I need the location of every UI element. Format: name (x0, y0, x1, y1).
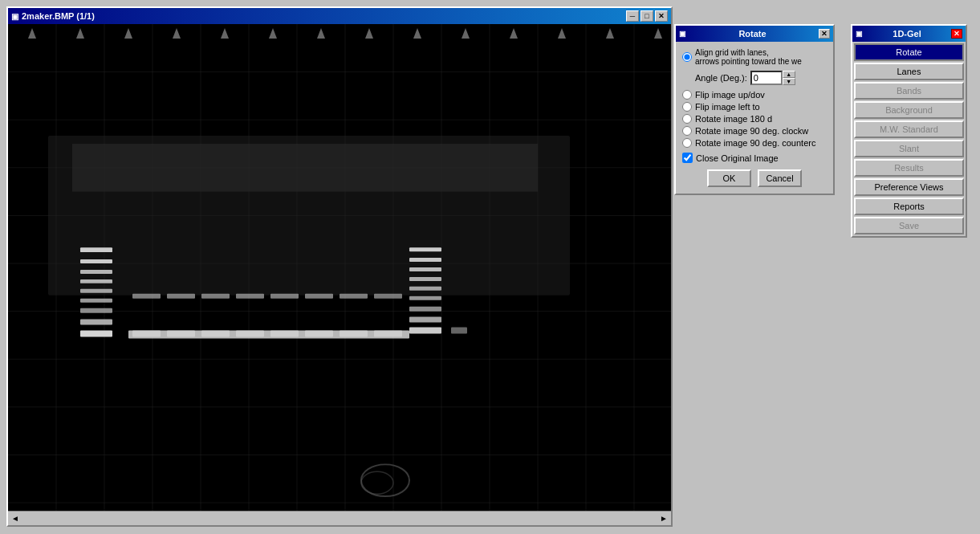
gel-menu-reports[interactable]: Reports (854, 198, 964, 215)
angle-label: Angle (Deg.): (695, 73, 747, 83)
gel-panel-titlebar: ▣ 1D-Gel ✕ (852, 26, 966, 42)
gel-menu-bands-label: Bands (897, 86, 921, 96)
status-left-icon: ◄ (11, 514, 19, 523)
rotate-option-align: Align grid with lanes,arrows pointing to… (682, 48, 827, 66)
gel-menu-slant[interactable]: Slant (854, 140, 964, 157)
rotate-label-180: Rotate image 180 d (695, 114, 772, 124)
main-window: ▣ 2maker.BMP (1/1) ─ □ ✕ (6, 6, 673, 527)
main-titlebar: ▣ 2maker.BMP (1/1) ─ □ ✕ (8, 8, 671, 24)
svg-rect-69 (409, 277, 441, 281)
svg-rect-55 (236, 294, 264, 299)
gel-menu-lanes-label: Lanes (897, 67, 921, 76)
gel-menu-save[interactable]: Save (854, 217, 964, 234)
svg-rect-40 (80, 247, 112, 252)
rotate-radio-cw[interactable] (682, 126, 692, 136)
svg-rect-73 (409, 317, 441, 323)
svg-rect-74 (409, 328, 441, 334)
minimize-button[interactable]: ─ (626, 10, 639, 22)
main-window-title: 2maker.BMP (1/1) (22, 11, 95, 21)
rotate-dialog-buttons: OK Cancel (682, 169, 827, 187)
svg-rect-45 (80, 299, 112, 303)
svg-rect-46 (80, 308, 112, 313)
svg-rect-59 (305, 294, 333, 299)
rotate-option-flipud: Flip image up/dov (682, 90, 827, 100)
svg-rect-70 (409, 287, 441, 291)
svg-rect-68 (409, 267, 441, 271)
rotate-option-180: Rotate image 180 d (682, 114, 827, 124)
close-original-item: Close Original Image (682, 153, 827, 163)
svg-rect-48 (80, 330, 112, 336)
gel-menu-background-label: Background (885, 105, 933, 115)
rotate-radio-fliplr[interactable] (682, 102, 692, 112)
svg-rect-71 (409, 296, 441, 300)
gel-panel: ▣ 1D-Gel ✕ Rotate Lanes Bands Background… (851, 24, 967, 238)
svg-rect-51 (167, 294, 195, 299)
svg-rect-44 (80, 289, 112, 293)
gel-menu-background[interactable]: Background (854, 101, 964, 119)
gel-image-area (8, 24, 671, 511)
gel-menu-rotate-label: Rotate (896, 47, 921, 57)
angle-input[interactable] (750, 71, 783, 85)
angle-row: Angle (Deg.): ▲ ▼ (695, 71, 827, 85)
gel-panel-menu: Rotate Lanes Bands Background M.W. Stand… (852, 42, 966, 236)
close-button[interactable]: ✕ (655, 10, 668, 22)
rotate-dialog-title: Rotate (738, 29, 766, 39)
rotate-option-cw: Rotate image 90 deg. clockw (682, 126, 827, 136)
rotate-dialog-titlebar: ▣ Rotate ✕ (676, 26, 833, 42)
rotate-option-ccw: Rotate image 90 deg. counterc (682, 138, 827, 148)
rotate-label-align: Align grid with lanes,arrows pointing to… (695, 48, 802, 66)
rotate-radio-ccw[interactable] (682, 138, 692, 148)
rotate-option-fliplr: Flip image left to (682, 102, 827, 112)
rotate-label-ccw: Rotate image 90 deg. counterc (695, 138, 815, 148)
gel-menu-preference[interactable]: Preference Views (854, 178, 964, 196)
rotate-radio-flipud[interactable] (682, 90, 692, 100)
maximize-button[interactable]: □ (640, 10, 653, 22)
rotate-radio-align[interactable] (682, 52, 692, 62)
gel-menu-mwstandard[interactable]: M.W. Standard (854, 120, 964, 138)
gel-menu-bands[interactable]: Bands (854, 82, 964, 100)
angle-up-button[interactable]: ▲ (783, 71, 795, 78)
svg-rect-41 (80, 259, 112, 263)
svg-rect-65 (128, 330, 409, 338)
svg-rect-39 (72, 144, 538, 192)
angle-input-wrapper: ▲ ▼ (750, 71, 795, 85)
gel-menu-preference-label: Preference Views (874, 182, 943, 192)
svg-rect-72 (409, 307, 441, 312)
main-title-group: ▣ 2maker.BMP (1/1) (11, 11, 95, 21)
gel-panel-close[interactable]: ✕ (951, 29, 962, 39)
rotate-label-flipud: Flip image up/dov (695, 90, 765, 100)
gel-menu-lanes[interactable]: Lanes (854, 63, 964, 80)
ok-button[interactable]: OK (707, 169, 751, 187)
rotate-dialog-close[interactable]: ✕ (819, 29, 830, 39)
svg-rect-43 (80, 279, 112, 283)
main-window-icon: ▣ (11, 12, 18, 21)
gel-menu-slant-label: Slant (899, 144, 919, 153)
rotate-label-cw: Rotate image 90 deg. clockw (695, 126, 808, 136)
svg-rect-42 (80, 270, 112, 274)
rotate-options-group: Align grid with lanes,arrows pointing to… (682, 48, 827, 148)
svg-rect-67 (409, 258, 441, 262)
gel-panel-icon: ▣ (856, 30, 863, 38)
gel-menu-mwstandard-label: M.W. Standard (880, 124, 938, 134)
gel-menu-rotate[interactable]: Rotate (854, 43, 964, 61)
gel-menu-results[interactable]: Results (854, 159, 964, 177)
gel-menu-results-label: Results (894, 163, 924, 173)
rotate-radio-180[interactable] (682, 114, 692, 124)
rotate-label-fliplr: Flip image left to (695, 102, 760, 112)
rotate-dialog-content: Align grid with lanes,arrows pointing to… (676, 42, 833, 194)
svg-rect-57 (270, 294, 299, 299)
gel-panel-title: 1D-Gel (893, 29, 921, 39)
cancel-button[interactable]: Cancel (758, 169, 802, 187)
main-status-bar: ◄ ► (8, 511, 671, 525)
status-right-icon: ► (660, 514, 668, 523)
close-original-checkbox[interactable] (682, 153, 693, 163)
angle-down-button[interactable]: ▼ (783, 78, 795, 85)
gel-menu-reports-label: Reports (893, 202, 925, 211)
rotate-dialog-icon: ▣ (679, 30, 686, 38)
main-titlebar-buttons: ─ □ ✕ (626, 10, 668, 22)
close-original-label: Close Original Image (696, 153, 779, 163)
angle-spin-buttons: ▲ ▼ (783, 71, 795, 85)
gel-menu-save-label: Save (899, 221, 919, 230)
rotate-dialog: ▣ Rotate ✕ Align grid with lanes,arrows … (674, 24, 835, 195)
svg-rect-49 (132, 294, 161, 299)
